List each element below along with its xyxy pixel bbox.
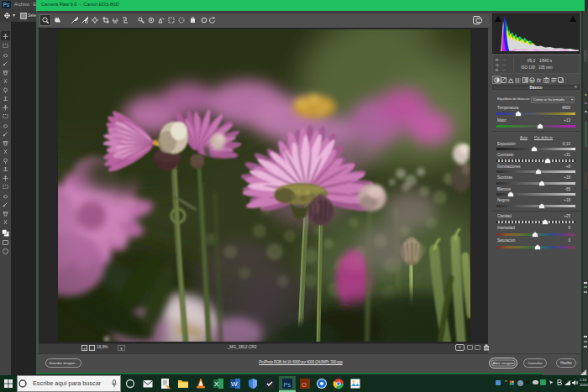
svg-text:fx: fx — [537, 77, 542, 83]
svg-text:W: W — [231, 380, 238, 388]
svg-text:O: O — [302, 381, 307, 389]
svg-text:X: X — [214, 380, 219, 388]
svg-text:Ps: Ps — [284, 381, 291, 389]
